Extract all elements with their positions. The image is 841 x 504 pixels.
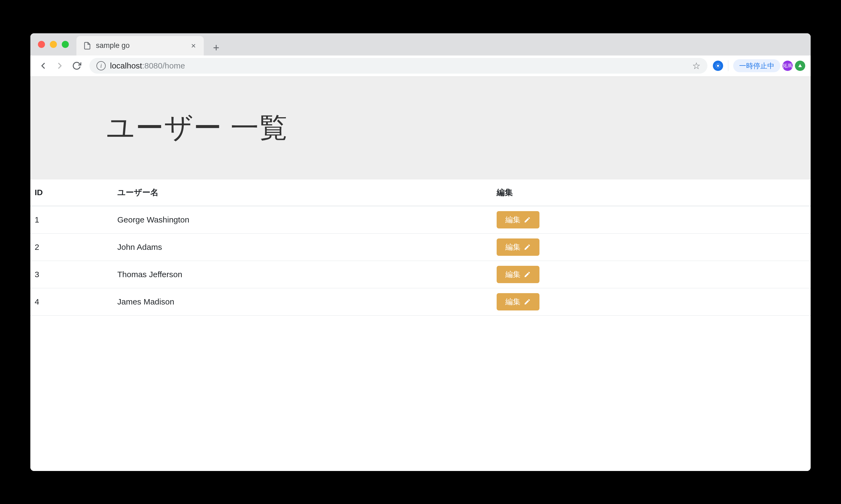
cell-id: 3 [30,261,113,288]
edit-button[interactable]: 編集 [497,211,539,229]
edit-button[interactable]: 編集 [497,238,539,256]
user-table-container: ID ユーザー名 編集 1George Washington編集2John Ad… [30,179,811,316]
site-info-icon[interactable]: i [97,61,106,70]
pause-status-pill[interactable]: 一時停止中 [733,59,780,72]
pencil-icon [524,244,531,251]
extension-icon[interactable] [713,61,723,71]
back-button[interactable] [36,58,50,73]
browser-window: sample go × + i localhost:8080/home ☆ [30,33,811,471]
browser-tab[interactable]: sample go × [76,36,204,55]
address-bar[interactable]: i localhost:8080/home ☆ [89,58,707,74]
page-title: ユーザー 一覧 [106,109,288,147]
pencil-icon [524,298,531,305]
header-name: ユーザー名 [113,179,492,206]
cell-name: John Adams [113,233,492,261]
cell-id: 1 [30,206,113,234]
url-host: localhost [110,61,142,70]
url-text: localhost:8080/home [110,61,185,70]
titlebar: sample go × + [30,33,811,55]
window-controls [38,41,69,48]
cell-edit: 編集 [492,261,811,288]
header-edit: 編集 [492,179,811,206]
cell-id: 4 [30,288,113,315]
edit-button[interactable]: 編集 [497,293,539,310]
cell-name: James Madison [113,288,492,315]
profile-initials: 拓馬 [783,62,792,69]
pencil-icon [524,216,531,223]
pencil-icon [524,271,531,278]
tab-strip: sample go × + [76,33,224,55]
svg-point-1 [717,65,719,67]
forward-button[interactable] [53,58,67,73]
edit-button-label: 編集 [505,242,520,252]
toolbar: i localhost:8080/home ☆ 一時停止中 拓馬 [30,55,811,77]
close-tab-icon[interactable]: × [190,42,197,50]
table-row: 4James Madison編集 [30,288,811,315]
cell-name: Thomas Jefferson [113,261,492,288]
close-window-button[interactable] [38,41,45,48]
cell-name: George Washington [113,206,492,234]
minimize-window-button[interactable] [50,41,57,48]
url-path: /home [162,61,185,70]
user-table: ID ユーザー名 編集 1George Washington編集2John Ad… [30,179,811,316]
cell-edit: 編集 [492,206,811,234]
extension-icon-2[interactable] [795,61,805,71]
table-row: 2John Adams編集 [30,233,811,261]
table-row: 1George Washington編集 [30,206,811,234]
bookmark-star-icon[interactable]: ☆ [692,60,700,71]
tab-title: sample go [96,41,185,50]
page-viewport: ユーザー 一覧 ID ユーザー名 編集 1George Washington編集… [30,77,811,471]
reload-button[interactable] [69,58,84,73]
page-header: ユーザー 一覧 [30,77,811,179]
new-tab-button[interactable]: + [209,40,224,55]
pause-status-label: 一時停止中 [739,61,774,71]
cell-edit: 編集 [492,233,811,261]
edit-button-label: 編集 [505,215,520,225]
header-id: ID [30,179,113,206]
profile-avatar[interactable]: 拓馬 [783,61,793,71]
maximize-window-button[interactable] [62,41,69,48]
edit-button-label: 編集 [505,297,520,307]
edit-button[interactable]: 編集 [497,266,539,283]
file-icon [83,41,91,50]
table-row: 3Thomas Jefferson編集 [30,261,811,288]
table-header-row: ID ユーザー名 編集 [30,179,811,206]
url-port: :8080 [142,61,162,70]
edit-button-label: 編集 [505,269,520,280]
cell-edit: 編集 [492,288,811,315]
cell-id: 2 [30,233,113,261]
